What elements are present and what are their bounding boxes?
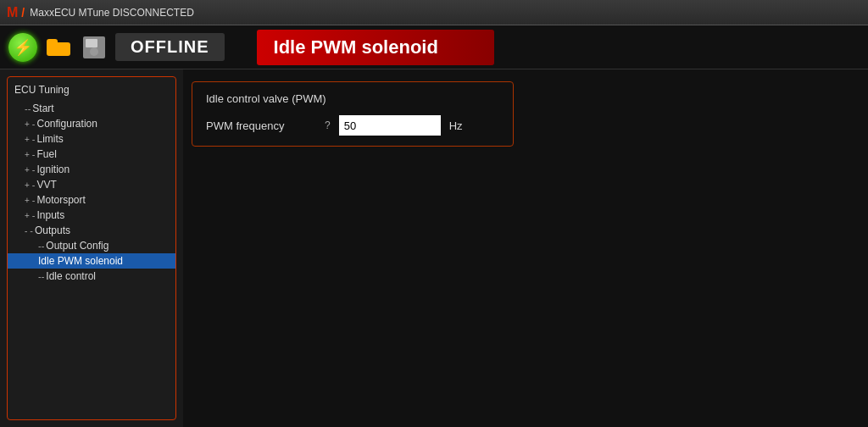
start-prefix: -- bbox=[25, 103, 31, 114]
inputs-expand-icon: + bbox=[25, 211, 30, 220]
limits-expand-icon: + bbox=[25, 135, 30, 144]
output-config-label: Output Config bbox=[46, 240, 108, 252]
sidebar-title: ECU Tuning bbox=[8, 82, 175, 101]
save-button[interactable] bbox=[80, 33, 108, 62]
pwm-frequency-input[interactable] bbox=[339, 115, 441, 136]
main-content: ECU Tuning -- Start + - Configuration + … bbox=[0, 69, 868, 427]
inputs-label: Inputs bbox=[37, 209, 65, 221]
outputs-prefix: - bbox=[30, 225, 33, 236]
sidebar-item-motorsport[interactable]: + - Motorsport bbox=[8, 192, 175, 208]
page-header-title: Idle PWM solenoid bbox=[257, 30, 494, 65]
start-label: Start bbox=[32, 103, 53, 114]
limits-label: Limits bbox=[37, 133, 64, 145]
sidebar-item-ignition[interactable]: + - Ignition bbox=[8, 162, 175, 177]
ignition-label: Ignition bbox=[37, 164, 70, 175]
sidebar: ECU Tuning -- Start + - Configuration + … bbox=[7, 76, 176, 420]
pwm-frequency-row: PWM frequency ? Hz bbox=[206, 115, 499, 136]
fuel-label: Fuel bbox=[37, 148, 57, 160]
outputs-label: Outputs bbox=[35, 225, 70, 236]
vvt-label: VVT bbox=[37, 179, 57, 191]
sidebar-item-outputs[interactable]: - - Outputs bbox=[8, 223, 175, 238]
ignition-prefix: - bbox=[32, 164, 36, 175]
power-icon: ⚡ bbox=[14, 40, 32, 55]
output-config-prefix: -- bbox=[38, 241, 44, 251]
configuration-label: Configuration bbox=[37, 118, 97, 130]
folder-icon bbox=[47, 39, 70, 56]
pwm-frequency-label: PWM frequency bbox=[206, 119, 316, 132]
vvt-expand-icon: + bbox=[25, 180, 30, 190]
idle-control-label: Idle control bbox=[46, 270, 96, 282]
outputs-expand-icon: - bbox=[25, 226, 27, 236]
vvt-prefix: - bbox=[32, 180, 36, 190]
motorsport-label: Motorsport bbox=[37, 194, 86, 206]
ignition-expand-icon: + bbox=[25, 165, 30, 175]
open-button[interactable] bbox=[44, 33, 73, 62]
sidebar-item-start[interactable]: -- Start bbox=[8, 101, 175, 116]
motorsport-expand-icon: + bbox=[25, 196, 30, 205]
offline-badge: OFFLINE bbox=[115, 33, 225, 61]
title-text: MaxxECU MTune DISCONNECTED bbox=[30, 7, 194, 19]
sidebar-item-output-config[interactable]: -- Output Config bbox=[8, 238, 175, 253]
pwm-frequency-help[interactable]: ? bbox=[325, 119, 331, 131]
toolbar: ⚡ OFFLINE Idle PWM solenoid bbox=[0, 25, 868, 69]
sidebar-item-configuration[interactable]: + - Configuration bbox=[8, 116, 175, 131]
logo-m: M bbox=[7, 5, 18, 20]
idle-control-prefix: -- bbox=[38, 271, 44, 281]
idle-pwm-label: Idle PWM solenoid bbox=[38, 255, 123, 267]
disk-icon bbox=[83, 36, 105, 58]
idle-control-valve-group: Idle control valve (PWM) PWM frequency ?… bbox=[192, 81, 514, 147]
pwm-frequency-unit: Hz bbox=[449, 119, 463, 132]
motorsport-prefix: - bbox=[32, 195, 36, 205]
config-prefix: - bbox=[32, 119, 36, 129]
sidebar-item-inputs[interactable]: + - Inputs bbox=[8, 208, 175, 223]
fuel-expand-icon: + bbox=[25, 150, 30, 159]
app-logo: M / bbox=[7, 5, 25, 20]
sidebar-item-limits[interactable]: + - Limits bbox=[8, 131, 175, 147]
inputs-prefix: - bbox=[32, 210, 36, 220]
fuel-prefix: - bbox=[32, 149, 36, 159]
title-bar: M / MaxxECU MTune DISCONNECTED bbox=[0, 0, 868, 25]
connect-button[interactable]: ⚡ bbox=[8, 33, 37, 62]
sidebar-item-idle-pwm-solenoid[interactable]: Idle PWM solenoid bbox=[8, 253, 175, 269]
logo-slash: / bbox=[21, 6, 25, 19]
sidebar-item-vvt[interactable]: + - VVT bbox=[8, 177, 175, 192]
right-panel: Idle control valve (PWM) PWM frequency ?… bbox=[183, 69, 868, 427]
limits-prefix: - bbox=[32, 134, 36, 144]
config-expand-icon: + bbox=[25, 119, 30, 129]
sidebar-item-idle-control[interactable]: -- Idle control bbox=[8, 269, 175, 284]
panel-group-title: Idle control valve (PWM) bbox=[206, 92, 499, 105]
sidebar-item-fuel[interactable]: + - Fuel bbox=[8, 147, 175, 162]
